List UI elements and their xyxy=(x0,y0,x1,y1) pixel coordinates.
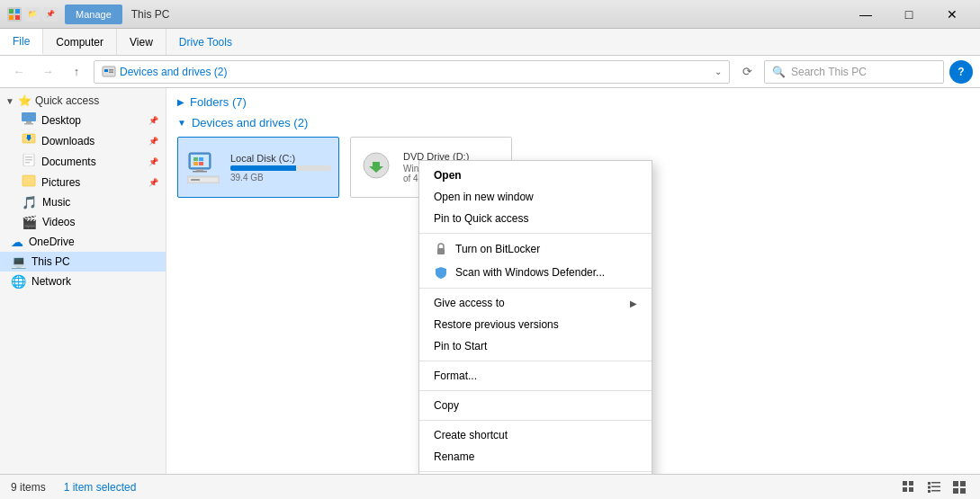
close-button[interactable]: ✕ xyxy=(931,0,973,29)
svg-rect-29 xyxy=(191,179,200,181)
svg-rect-49 xyxy=(960,488,966,494)
svg-rect-37 xyxy=(909,481,913,486)
sidebar-item-music[interactable]: 🎵 Music xyxy=(0,192,166,212)
svg-rect-25 xyxy=(196,169,203,171)
svg-rect-46 xyxy=(953,481,958,486)
drive-item-c[interactable]: Local Disk (C:) 39.4 GB xyxy=(177,137,339,198)
music-icon: 🎵 xyxy=(22,195,37,209)
folders-arrow-icon: ▶ xyxy=(177,97,184,107)
ctx-pin-quick[interactable]: Pin to Quick access xyxy=(419,208,652,229)
view-tab[interactable]: View xyxy=(117,29,166,55)
ctx-rename-label: Rename xyxy=(434,450,474,463)
search-box[interactable]: 🔍 Search This PC xyxy=(764,60,944,84)
manage-tab[interactable]: Manage xyxy=(65,4,122,24)
sidebar-item-onedrive[interactable]: ☁ OneDrive xyxy=(0,232,166,252)
onedrive-icon: ☁ xyxy=(11,235,23,249)
drive-c-progress-fill xyxy=(230,165,296,171)
sidebar-item-documents[interactable]: Documents 📌 xyxy=(0,151,166,172)
svg-rect-26 xyxy=(193,171,207,173)
ctx-create-shortcut[interactable]: Create shortcut xyxy=(419,424,652,446)
defender-icon xyxy=(434,265,448,280)
svg-rect-45 xyxy=(931,490,940,492)
svg-rect-8 xyxy=(22,112,36,121)
ctx-open-new-window[interactable]: Open in new window xyxy=(419,186,652,208)
sidebar-item-pictures[interactable]: Pictures 📌 xyxy=(0,172,166,192)
ctx-format[interactable]: Format... xyxy=(419,365,652,387)
svg-rect-43 xyxy=(931,486,940,487)
ctx-copy-label: Copy xyxy=(434,399,459,412)
sidebar-item-network[interactable]: 🌐 Network xyxy=(0,272,166,291)
ctx-restore-versions[interactable]: Restore previous versions xyxy=(419,314,652,335)
ctx-open-new-window-label: Open in new window xyxy=(434,191,534,203)
ctx-rename[interactable]: Rename xyxy=(419,446,652,468)
sidebar-item-thispc[interactable]: 💻 This PC xyxy=(0,252,166,272)
onedrive-label: OneDrive xyxy=(29,236,75,248)
selected-label: 1 item selected xyxy=(64,481,137,494)
ctx-restore-label: Restore previous versions xyxy=(434,318,559,331)
ctx-create-shortcut-label: Create shortcut xyxy=(434,429,508,441)
svg-rect-23 xyxy=(193,162,198,165)
details-view-button[interactable] xyxy=(924,477,944,497)
up-button[interactable]: ↑ xyxy=(65,60,88,84)
back-button[interactable]: ← xyxy=(7,60,31,84)
quickaccess-section[interactable]: ▼ ⭐ Quick access xyxy=(0,92,166,110)
svg-rect-9 xyxy=(26,121,31,123)
folders-section-header[interactable]: ▶ Folders (7) xyxy=(177,95,969,109)
sidebar-item-desktop[interactable]: Desktop 📌 xyxy=(0,110,166,130)
devices-header-label: Devices and drives (2) xyxy=(192,116,308,129)
sidebar-item-videos[interactable]: 🎬 Videos xyxy=(0,212,166,232)
devices-section-header[interactable]: ▼ Devices and drives (2) xyxy=(177,116,969,129)
svg-rect-34 xyxy=(437,248,445,254)
svg-rect-39 xyxy=(909,487,913,492)
quicklaunch-icon2: 📌 xyxy=(43,7,58,22)
ctx-format-label: Format... xyxy=(434,370,477,382)
search-placeholder: Search This PC xyxy=(791,66,867,78)
svg-rect-1 xyxy=(15,9,20,13)
sidebar-item-downloads[interactable]: Downloads 📌 xyxy=(0,130,166,151)
svg-rect-44 xyxy=(928,490,931,493)
devices-arrow-icon: ▼ xyxy=(177,118,186,128)
ctx-give-access-label: Give access to xyxy=(434,297,505,309)
file-tab[interactable]: File xyxy=(0,29,43,55)
folders-header-label: Folders (7) xyxy=(190,95,247,109)
drivetools-tab[interactable]: Drive Tools xyxy=(166,29,245,55)
title-bar: 📁 📌 Manage This PC — □ ✕ xyxy=(0,0,980,29)
ctx-sep3 xyxy=(419,361,652,361)
address-path: Devices and drives (2) xyxy=(120,66,227,78)
ctx-give-access[interactable]: Give access to ▶ xyxy=(419,292,652,314)
content-area: ▶ Folders (7) ▼ Devices and drives (2) xyxy=(166,88,980,474)
ctx-pin-start[interactable]: Pin to Start xyxy=(419,335,652,357)
pin-icon-pics: 📌 xyxy=(148,178,158,187)
svg-rect-3 xyxy=(15,15,20,20)
ctx-pin-quick-label: Pin to Quick access xyxy=(434,212,528,225)
computer-tab[interactable]: Computer xyxy=(43,29,117,55)
address-arrow: ⌄ xyxy=(715,67,722,76)
help-button[interactable]: ? xyxy=(949,60,973,84)
svg-rect-38 xyxy=(903,487,907,492)
documents-label: Documents xyxy=(41,156,96,168)
ctx-sep5 xyxy=(419,420,652,421)
list-view-button[interactable] xyxy=(949,477,969,497)
window-title: This PC xyxy=(131,8,845,21)
ctx-copy[interactable]: Copy xyxy=(419,395,652,416)
app-icon xyxy=(7,7,22,22)
svg-rect-47 xyxy=(960,481,966,486)
documents-icon xyxy=(22,154,36,169)
refresh-button[interactable]: ⟳ xyxy=(735,60,759,84)
star-icon: ⭐ xyxy=(18,94,31,107)
minimize-button[interactable]: — xyxy=(845,0,886,29)
status-bar: 9 items 1 item selected xyxy=(0,474,980,499)
ctx-pin-start-label: Pin to Start xyxy=(434,340,487,352)
videos-icon: 🎬 xyxy=(22,215,37,229)
ctx-open[interactable]: Open xyxy=(419,165,652,186)
maximize-button[interactable]: □ xyxy=(888,0,930,29)
address-box[interactable]: Devices and drives (2) ⌄ xyxy=(94,60,730,84)
svg-rect-16 xyxy=(25,159,32,161)
pin-icon-dl: 📌 xyxy=(148,137,158,146)
large-icons-view-button[interactable] xyxy=(899,477,919,497)
ctx-defender[interactable]: Scan with Windows Defender... xyxy=(419,261,652,284)
ctx-defender-label: Scan with Windows Defender... xyxy=(455,266,605,279)
svg-rect-36 xyxy=(903,481,907,486)
forward-button[interactable]: → xyxy=(36,60,59,84)
ctx-bitlocker[interactable]: Turn on BitLocker xyxy=(419,237,652,261)
